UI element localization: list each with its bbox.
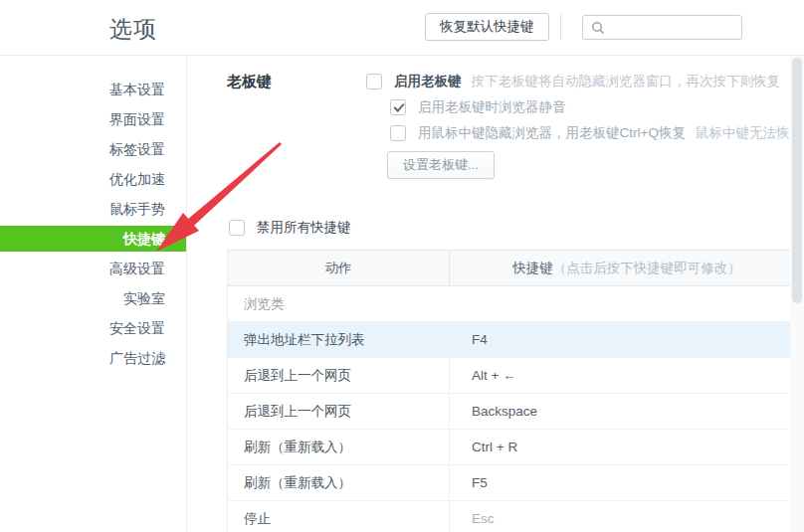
search-input[interactable] bbox=[611, 16, 741, 39]
action-cell: 停止 bbox=[228, 501, 449, 532]
sidebar-item-optimization[interactable]: 优化加速 bbox=[0, 166, 186, 192]
mute-on-boss-key-row: 启用老板键时浏览器静音 bbox=[390, 98, 566, 116]
sidebar-item-mouse-gestures[interactable]: 鼠标手势 bbox=[0, 196, 186, 222]
search-icon bbox=[591, 21, 605, 35]
search-box[interactable] bbox=[582, 15, 742, 40]
table-row[interactable]: 弹出地址栏下拉列表 F4 bbox=[228, 322, 804, 358]
action-cell: 刷新（重新载入） bbox=[228, 430, 449, 464]
middle-click-hide-hint: 鼠标中键无法恢复浏览器 bbox=[696, 124, 804, 142]
shortcut-cell[interactable]: Alt + ← bbox=[449, 358, 804, 393]
column-header-key-text: 快捷键 bbox=[512, 260, 553, 277]
sidebar-item-tab-settings[interactable]: 标签设置 bbox=[0, 136, 186, 162]
boss-key-section-label: 老板键 bbox=[227, 73, 272, 91]
sidebar-item-ad-filter[interactable]: 广告过滤 bbox=[0, 345, 186, 371]
settings-sidebar: 基本设置 界面设置 标签设置 优化加速 鼠标手势 快捷键 高级设置 实验室 安全… bbox=[0, 56, 187, 532]
shortcut-cell[interactable]: F4 bbox=[449, 322, 804, 357]
disable-all-shortcuts-checkbox[interactable] bbox=[229, 220, 245, 236]
middle-click-hide-checkbox[interactable] bbox=[390, 125, 406, 141]
restore-default-shortcuts-button[interactable]: 恢复默认快捷键 bbox=[425, 13, 549, 41]
column-header-key: 快捷键（点击后按下快捷键即可修改） bbox=[449, 251, 804, 285]
sidebar-item-security-settings[interactable]: 安全设置 bbox=[0, 315, 186, 341]
scrollbar-track[interactable] bbox=[790, 56, 804, 532]
table-row[interactable]: 停止 Esc bbox=[228, 501, 804, 532]
options-header: 选项 恢复默认快捷键 bbox=[0, 0, 804, 56]
mute-on-boss-key-label: 启用老板键时浏览器静音 bbox=[418, 98, 566, 116]
sidebar-item-interface-settings[interactable]: 界面设置 bbox=[0, 106, 186, 132]
sidebar-item-laboratory[interactable]: 实验室 bbox=[0, 285, 186, 311]
table-group-row: 浏览类 bbox=[228, 286, 804, 322]
enable-boss-key-row: 启用老板键 按下老板键将自动隐藏浏览器窗口，再次按下则恢复 bbox=[366, 73, 780, 90]
action-cell: 弹出地址栏下拉列表 bbox=[228, 322, 449, 357]
middle-click-hide-row: 用鼠标中键隐藏浏览器，用老板键Ctrl+Q恢复 鼠标中键无法恢复浏览器 bbox=[390, 124, 804, 142]
disable-all-shortcuts-label: 禁用所有快捷键 bbox=[257, 219, 351, 237]
enable-boss-key-hint: 按下老板键将自动隐藏浏览器窗口，再次按下则恢复 bbox=[472, 73, 781, 90]
middle-click-hide-label: 用鼠标中键隐藏浏览器，用老板键Ctrl+Q恢复 bbox=[418, 124, 686, 142]
table-row[interactable]: 后退到上一个网页 Backspace bbox=[228, 394, 804, 430]
shortcut-cell[interactable]: Esc bbox=[449, 501, 804, 532]
table-row[interactable]: 刷新（重新载入） F5 bbox=[228, 465, 804, 501]
group-label: 浏览类 bbox=[228, 286, 449, 321]
sidebar-item-basic-settings[interactable]: 基本设置 bbox=[0, 77, 186, 102]
column-header-action: 动作 bbox=[228, 251, 449, 285]
enable-boss-key-label: 启用老板键 bbox=[394, 73, 462, 90]
shortcut-cell[interactable]: Ctrl + R bbox=[449, 430, 804, 464]
mute-on-boss-key-checkbox[interactable] bbox=[390, 99, 406, 115]
page-title: 选项 bbox=[109, 14, 157, 45]
table-row[interactable]: 刷新（重新载入） Ctrl + R bbox=[228, 430, 804, 465]
shortcut-cell[interactable]: Backspace bbox=[449, 394, 804, 429]
action-cell: 后退到上一个网页 bbox=[228, 358, 449, 393]
table-row[interactable]: 后退到上一个网页 Alt + ← bbox=[228, 358, 804, 394]
shortcut-cell[interactable]: F5 bbox=[449, 465, 804, 500]
enable-boss-key-checkbox[interactable] bbox=[366, 74, 382, 89]
header-divider bbox=[560, 13, 561, 40]
sidebar-item-advanced-settings[interactable]: 高级设置 bbox=[0, 256, 186, 281]
action-cell: 后退到上一个网页 bbox=[228, 394, 449, 429]
set-boss-key-button[interactable]: 设置老板键... bbox=[387, 151, 495, 179]
shortcuts-table: 动作 快捷键（点击后按下快捷键即可修改） 浏览类 弹出地址栏下拉列表 F4 后退… bbox=[227, 250, 804, 532]
action-cell: 刷新（重新载入） bbox=[228, 465, 449, 500]
shortcuts-table-header: 动作 快捷键（点击后按下快捷键即可修改） bbox=[228, 251, 804, 286]
disable-all-shortcuts-row: 禁用所有快捷键 bbox=[229, 219, 351, 237]
column-header-key-hint: （点击后按下快捷键即可修改） bbox=[553, 260, 741, 277]
sidebar-item-shortcuts[interactable]: 快捷键 bbox=[0, 226, 186, 252]
scrollbar-thumb[interactable] bbox=[792, 58, 802, 303]
